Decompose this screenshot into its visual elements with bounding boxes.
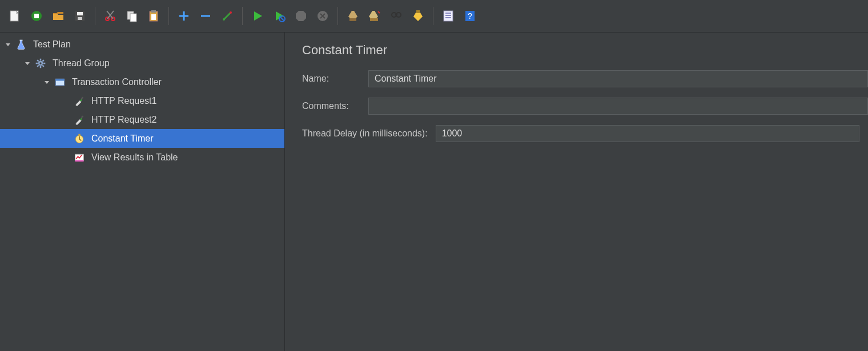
start-icon <box>251 9 264 23</box>
svg-rect-22 <box>444 11 453 21</box>
expand-button[interactable] <box>174 6 194 26</box>
svg-point-13 <box>223 18 225 21</box>
cut-button[interactable] <box>100 6 120 26</box>
templates-button[interactable] <box>26 6 47 26</box>
tree-node-http-request-1[interactable]: HTTP Request1 <box>0 91 284 110</box>
tree-node-label: Test Plan <box>33 39 71 50</box>
content-panel: Constant Timer Name: Comments: Thread De… <box>285 33 868 351</box>
clear-all-icon <box>368 9 381 23</box>
start-no-pauses-button[interactable] <box>269 6 290 26</box>
tree-node-label: Thread Group <box>53 58 110 68</box>
shutdown-icon <box>316 9 329 23</box>
options-icon <box>441 9 455 23</box>
tree-toggle-none <box>62 115 71 124</box>
dropper-icon <box>73 114 86 126</box>
toolbar-separator <box>95 7 95 25</box>
stop-button[interactable] <box>291 6 311 26</box>
thread-delay-input[interactable] <box>436 125 859 142</box>
clear-all-button[interactable] <box>364 6 385 26</box>
timer-icon <box>73 132 86 145</box>
open-button[interactable] <box>48 6 69 26</box>
gear-icon <box>34 57 47 70</box>
svg-rect-17 <box>349 18 356 21</box>
toolbar-separator <box>168 7 169 25</box>
toolbar: ? <box>0 0 868 33</box>
name-label: Name: <box>302 74 360 84</box>
save-icon <box>73 9 87 23</box>
tree-toggle-none <box>62 134 71 143</box>
toolbar-separator <box>242 7 243 25</box>
clear-button[interactable] <box>343 6 363 26</box>
paste-button[interactable] <box>143 6 164 26</box>
svg-rect-11 <box>151 10 156 13</box>
svg-rect-29 <box>56 79 65 80</box>
copy-icon <box>125 9 139 23</box>
function-helper-button[interactable] <box>408 6 428 26</box>
svg-rect-5 <box>78 17 82 20</box>
cut-icon <box>103 9 117 23</box>
svg-rect-12 <box>151 14 156 20</box>
dropper-icon <box>73 95 86 107</box>
shutdown-button[interactable] <box>312 6 333 26</box>
collapse-icon <box>199 9 212 23</box>
comments-label: Comments: <box>302 101 360 111</box>
comments-input[interactable] <box>368 98 868 115</box>
svg-rect-21 <box>416 10 420 13</box>
panel-title: Constant Timer <box>302 43 868 58</box>
tree-node-label: Constant Timer <box>91 134 153 144</box>
tree-node-transaction-controller[interactable]: Transaction Controller <box>0 72 284 91</box>
tree-node-test-plan[interactable]: Test Plan <box>0 35 284 54</box>
tree-node-label: Transaction Controller <box>72 77 162 87</box>
flask-icon <box>15 38 27 51</box>
new-button[interactable] <box>5 6 25 26</box>
svg-point-27 <box>39 62 41 64</box>
toggle-button[interactable] <box>217 6 238 26</box>
start-no-pauses-icon <box>272 9 286 23</box>
svg-rect-25 <box>20 39 23 41</box>
tree-node-label: View Results in Table <box>91 152 178 163</box>
clear-icon <box>346 9 360 23</box>
search-icon <box>389 9 403 23</box>
tree-toggle[interactable] <box>23 59 32 68</box>
svg-point-14 <box>230 11 232 14</box>
templates-icon <box>30 9 43 23</box>
svg-text:?: ? <box>468 11 472 21</box>
expand-icon <box>177 9 191 23</box>
options-button[interactable] <box>438 6 459 26</box>
controller-icon <box>54 76 66 88</box>
toggle-icon <box>220 9 234 23</box>
tree-node-view-results[interactable]: View Results in Table <box>0 148 284 167</box>
tree-panel: Test PlanThread GroupTransaction Control… <box>0 33 285 351</box>
collapse-button[interactable] <box>195 6 216 26</box>
svg-rect-33 <box>78 134 80 135</box>
tree-toggle[interactable] <box>3 40 13 49</box>
results-icon <box>73 151 86 164</box>
svg-rect-18 <box>370 18 378 21</box>
tree-toggle-none <box>62 153 71 162</box>
tree-node-thread-group[interactable]: Thread Group <box>0 54 284 72</box>
tree-node-label: HTTP Request1 <box>91 96 156 106</box>
name-input[interactable] <box>368 70 868 87</box>
search-button[interactable] <box>386 6 407 26</box>
paste-icon <box>147 9 160 23</box>
svg-rect-31 <box>81 115 84 118</box>
stop-icon <box>294 9 308 23</box>
toolbar-separator <box>337 7 338 25</box>
svg-rect-4 <box>77 12 83 15</box>
tree-node-constant-timer[interactable]: Constant Timer <box>0 129 284 148</box>
tree-node-http-request-2[interactable]: HTTP Request2 <box>0 110 284 129</box>
thread-delay-label: Thread Delay (in milliseconds): <box>302 128 428 139</box>
tree-toggle-none <box>62 96 71 106</box>
tree-toggle[interactable] <box>42 78 51 87</box>
open-icon <box>51 9 65 23</box>
help-icon: ? <box>463 9 477 23</box>
new-icon <box>8 9 22 23</box>
svg-rect-9 <box>130 14 136 22</box>
svg-rect-30 <box>81 96 84 99</box>
start-button[interactable] <box>247 6 268 26</box>
copy-button[interactable] <box>122 6 142 26</box>
tree-node-label: HTTP Request2 <box>91 115 156 125</box>
save-button[interactable] <box>70 6 90 26</box>
help-button[interactable]: ? <box>460 6 480 26</box>
svg-rect-2 <box>34 14 39 18</box>
